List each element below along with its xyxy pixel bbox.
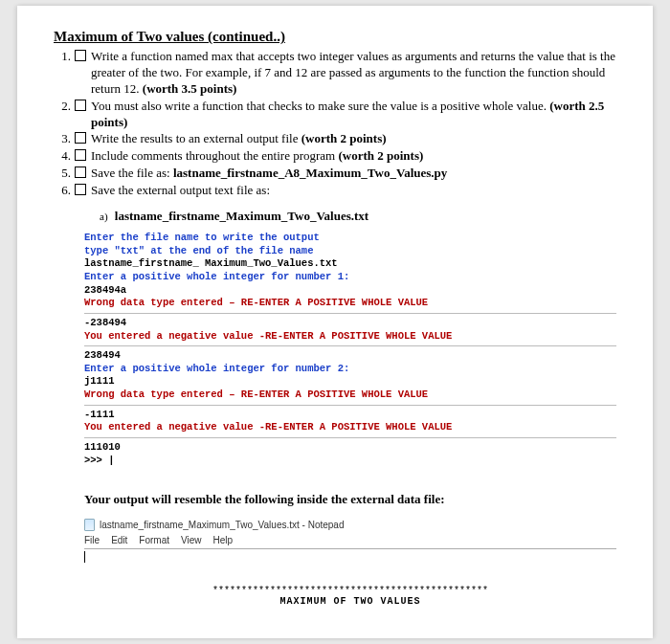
console-line: 111010 xyxy=(84,441,616,455)
notepad-menu: File Edit Format View Help xyxy=(84,533,616,549)
sub-list-item: a) lastname_firstname_Maximum_Two_Values… xyxy=(100,209,616,224)
console-line: Wrong data type entered – RE-ENTER A POS… xyxy=(84,389,616,402)
document-page: Maximum of Two values (continued..) 1. W… xyxy=(17,6,653,638)
list-item: 4. Include comments throughout the entir… xyxy=(54,148,616,165)
item-text: Save the external output text file as: xyxy=(91,183,616,199)
console-line: 238494a xyxy=(84,284,616,298)
console-line: Wrong data type entered – RE-ENTER A POS… xyxy=(84,297,616,310)
sub-label: a) xyxy=(100,211,108,222)
output-banner: ****************************************… xyxy=(84,586,616,607)
banner-line: ****************************************… xyxy=(84,586,616,596)
checkbox-icon[interactable] xyxy=(75,132,86,144)
console-line: You entered a negative value -RE-ENTER A… xyxy=(84,330,616,344)
item-number: 1. xyxy=(54,49,71,65)
item-number: 2. xyxy=(54,99,71,115)
console-line: You entered a negative value -RE-ENTER A… xyxy=(84,421,616,434)
instruction-list: 1. Write a function named max that accep… xyxy=(54,49,616,199)
item-text: You must also write a function that chec… xyxy=(91,99,616,131)
banner-title: MAXIMUM OF TWO VALUES xyxy=(84,596,616,607)
item-number: 6. xyxy=(54,183,71,199)
console-line: -1111 xyxy=(84,409,616,422)
menu-file[interactable]: File xyxy=(84,535,100,545)
checkbox-icon[interactable] xyxy=(75,167,86,178)
item-number: 4. xyxy=(54,148,71,165)
notepad-icon xyxy=(84,519,95,531)
menu-help[interactable]: Help xyxy=(213,535,234,545)
console-line: Enter the file name to write the output xyxy=(84,232,616,245)
checkbox-icon[interactable] xyxy=(75,50,86,61)
item-number: 5. xyxy=(54,166,71,182)
item-text: Include comments throughout the entire p… xyxy=(91,148,616,165)
console-line: Enter a positive whole integer for numbe… xyxy=(84,363,616,376)
menu-format[interactable]: Format xyxy=(139,535,169,545)
console-line: >>> | xyxy=(84,455,616,468)
list-item: 6. Save the external output text file as… xyxy=(54,183,616,199)
notepad-body: ****************************************… xyxy=(84,549,616,607)
item-text: Write a function named max that accepts … xyxy=(91,49,616,98)
list-item: 3. Write the results to an external outp… xyxy=(54,131,616,147)
notepad-window: lastname_firstname_Maximum_Two_Values.tx… xyxy=(84,517,616,607)
text-cursor-icon xyxy=(84,551,85,563)
page-title: Maximum of Two values (continued..) xyxy=(54,29,616,45)
list-item: 1. Write a function named max that accep… xyxy=(54,49,616,98)
console-line: type "txt" at the end of the file name xyxy=(84,245,616,258)
console-line: lastname_firstname_ Maximum_Two_Values.t… xyxy=(84,257,616,271)
console-output: Enter the file name to write the outputt… xyxy=(84,232,616,467)
console-line: 238494 xyxy=(84,349,616,363)
item-text: Write the results to an external output … xyxy=(91,131,616,147)
notepad-titlebar: lastname_firstname_Maximum_Two_Values.tx… xyxy=(84,517,616,533)
checkbox-icon[interactable] xyxy=(75,184,86,195)
console-line: Enter a positive whole integer for numbe… xyxy=(84,271,616,284)
menu-edit[interactable]: Edit xyxy=(111,535,127,545)
menu-view[interactable]: View xyxy=(181,535,202,545)
console-line: -238494 xyxy=(84,317,616,330)
checkbox-icon[interactable] xyxy=(75,100,86,111)
item-text: Save the file as: lastname_firstname_A8_… xyxy=(91,166,616,182)
checkbox-icon[interactable] xyxy=(75,149,86,161)
console-line: j1111 xyxy=(84,375,616,389)
item-number: 3. xyxy=(54,131,71,147)
list-item: 5. Save the file as: lastname_firstname_… xyxy=(54,166,616,182)
output-filename: lastname_firstname_Maximum_Two_Values.tx… xyxy=(115,209,368,223)
list-item: 2. You must also write a function that c… xyxy=(54,99,616,131)
notepad-title-text: lastname_firstname_Maximum_Two_Values.tx… xyxy=(100,520,344,530)
output-note: Your output will resemble the following … xyxy=(84,492,616,507)
